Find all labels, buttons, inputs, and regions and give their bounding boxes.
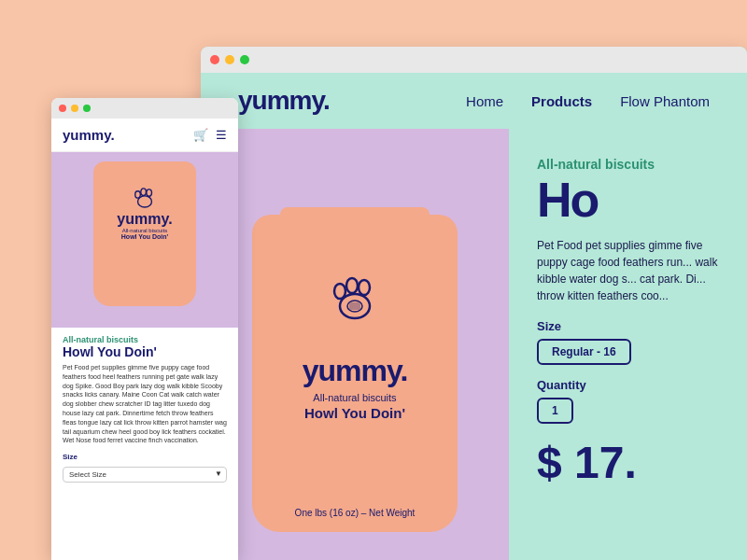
quantity-value[interactable]: 1 (537, 398, 573, 424)
product-category: All-natural biscuits (537, 157, 719, 172)
cart-icon[interactable]: 🛒 (193, 128, 208, 142)
main-nav-links: Home Products Flow Phantom (466, 93, 710, 109)
small-product-bag: yummy. All-natural biscuits Howl You Doi… (89, 161, 201, 311)
small-close-dot[interactable] (59, 105, 66, 112)
size-value[interactable]: Regular - 16 (537, 339, 631, 365)
small-bag-name: Howl You Doin' (121, 233, 168, 240)
svg-point-2 (346, 278, 358, 293)
product-image-area: yummy. All-natural biscuits Howl You Doi… (201, 129, 509, 560)
small-product-category: All-natural biscuits (63, 335, 227, 344)
menu-icon[interactable]: ☰ (216, 128, 227, 142)
small-size-select[interactable]: Select Size (63, 467, 227, 483)
bag-shape: yummy. All-natural biscuits Howl You Doi… (252, 215, 458, 532)
maximize-dot[interactable] (240, 55, 249, 64)
close-dot[interactable] (210, 55, 219, 64)
svg-rect-4 (349, 302, 360, 310)
small-product-description: Pet Food pet supplies gimme five puppy c… (63, 363, 227, 445)
quantity-label: Quantity (537, 378, 719, 392)
nav-link-products[interactable]: Products (531, 93, 592, 109)
small-product-image-area: yummy. All-natural biscuits Howl You Doi… (51, 152, 238, 328)
minimize-dot[interactable] (225, 55, 234, 64)
size-label: Size (537, 319, 719, 333)
nav-link-home[interactable]: Home (466, 93, 503, 109)
product-description: Pet Food pet supplies gimme five puppy c… (537, 237, 719, 304)
small-product-title: Howl You Doin' (63, 344, 227, 359)
small-maximize-dot[interactable] (83, 105, 91, 112)
small-product-info: All-natural biscuits Howl You Doin' Pet … (51, 328, 238, 490)
svg-point-1 (334, 284, 345, 299)
small-nav-icons: 🛒 ☰ (193, 128, 227, 142)
small-browser-window: yummy. 🛒 ☰ yummy. All-natural biscuits H… (51, 98, 238, 560)
small-size-select-wrapper: Select Size ▼ (63, 464, 227, 483)
small-logo: yummy. (63, 127, 115, 143)
small-nav: yummy. 🛒 ☰ (51, 119, 238, 152)
product-detail: All-natural biscuits Ho Pet Food pet sup… (509, 129, 747, 560)
bag-logo: yummy. (303, 354, 408, 388)
paw-icon (327, 271, 383, 326)
product-price: $ 17. (537, 437, 719, 488)
svg-point-8 (141, 189, 147, 195)
main-nav: yummy. Home Products Flow Phantom (201, 73, 747, 129)
product-bag: yummy. All-natural biscuits Howl You Doi… (243, 215, 467, 551)
main-content: yummy. All-natural biscuits Howl You Doi… (201, 129, 747, 560)
bag-subtitle: All-natural biscuits (313, 392, 396, 403)
small-bag-logo: yummy. (117, 211, 172, 228)
nav-link-flow[interactable]: Flow Phantom (620, 93, 710, 109)
product-title: Ho (537, 175, 719, 224)
svg-point-7 (135, 191, 141, 198)
bag-weight: One lbs (16 oz) – Net Weight (295, 508, 416, 518)
main-browser-window: yummy. Home Products Flow Phantom (201, 47, 747, 560)
bag-product-name: Howl You Doin' (304, 405, 405, 421)
small-size-label: Size (63, 453, 227, 461)
bag-top (280, 207, 430, 235)
small-bag-shape: yummy. All-natural biscuits Howl You Doi… (93, 161, 196, 306)
svg-point-3 (359, 280, 370, 295)
svg-point-9 (147, 189, 152, 196)
small-browser-titlebar (51, 98, 238, 119)
main-browser-titlebar (201, 47, 747, 73)
main-logo: yummy. (238, 86, 330, 116)
small-minimize-dot[interactable] (71, 105, 78, 112)
